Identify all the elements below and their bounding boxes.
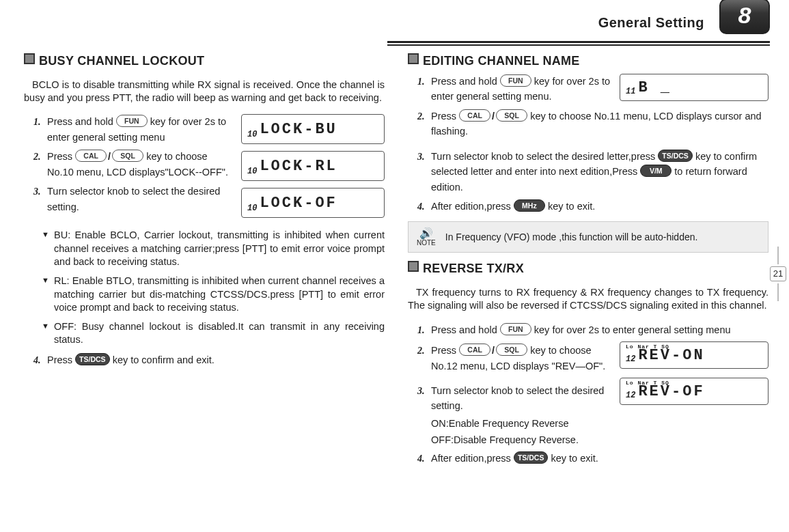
sql-key-icon: SQL xyxy=(112,150,143,162)
fun-key-icon: FUN xyxy=(500,74,531,87)
heading-reverse: REVERSE TX/RX xyxy=(408,261,769,276)
section-edit-channel-name: EDITING CHANNEL NAME 11 B _ 1. Press and… xyxy=(408,53,769,253)
opt-rl: RL: Enable BTLO, transmitting is inhibit… xyxy=(42,275,385,315)
bclo-intro: BCLO is to disable transmitting while RX… xyxy=(24,79,385,104)
header-rule-thick xyxy=(387,41,770,43)
cal-key-icon: CAL xyxy=(459,344,490,356)
section-reverse-txrx: REVERSE TX/RX TX frequency turns to RX f… xyxy=(408,261,769,466)
rev-off-line: OFF:Disable Frequency Reverse. xyxy=(431,434,769,445)
heading-edit: EDITING CHANNEL NAME xyxy=(408,53,769,68)
right-column: EDITING CHANNEL NAME 11 B _ 1. Press and… xyxy=(408,48,769,470)
cal-key-icon: CAL xyxy=(75,150,107,162)
bclo-steps: 1. Press and hold FUN key for over 2s to… xyxy=(33,114,385,214)
bclo-options: BU: Enable BCLO, Carrier lockout, transm… xyxy=(42,229,385,347)
mhz-key-icon: MHz xyxy=(514,199,545,212)
edit-steps: 1. Press and hold FUN key for over 2s to… xyxy=(417,74,769,139)
fun-key-icon: FUN xyxy=(500,323,531,335)
left-column: BUSY CHANNEL LOCKOUT BCLO is to disable … xyxy=(24,48,385,470)
note-text: In Frequency (VFO) mode ,this function w… xyxy=(445,232,698,242)
sql-key-icon: SQL xyxy=(496,344,527,356)
tsdcs-key-icon: TS/DCS xyxy=(514,451,549,464)
reverse-intro: TX frequency turns to RX frequency & RX … xyxy=(408,286,769,312)
note-icon: NOTE xyxy=(417,227,436,247)
reverse-steps: 1. Press and hold FUN key for over 2s to… xyxy=(417,322,769,337)
opt-off: OFF: Busy channel lockout is disabled.It… xyxy=(42,320,385,347)
tsdcs-key-icon: TS/DCS xyxy=(75,353,110,365)
vm-key-icon: V/M xyxy=(640,165,672,177)
side-page-number: 21 xyxy=(770,266,786,281)
chapter-badge: 8 xyxy=(719,0,770,34)
rev-on-line: ON:Enable Frequency Reverse xyxy=(431,418,769,429)
opt-bu: BU: Enable BCLO, Carrier lockout, transm… xyxy=(42,229,385,269)
tsdcs-key-icon: TS/DCS xyxy=(658,150,693,162)
page-header: General Setting 8 xyxy=(387,0,770,46)
fun-key-icon: FUN xyxy=(116,115,148,127)
section-bclo: BUSY CHANNEL LOCKOUT BCLO is to disable … xyxy=(24,53,385,367)
sql-key-icon: SQL xyxy=(496,109,527,122)
cal-key-icon: CAL xyxy=(459,109,490,122)
page-title: General Setting xyxy=(598,15,704,31)
header-rule-thin xyxy=(387,44,770,46)
note-bar: NOTE In Frequency (VFO) mode ,this funct… xyxy=(408,221,769,253)
manual-page: General Setting 8 21 BUSY CHANNEL LOCKOU… xyxy=(0,0,789,532)
heading-bclo: BUSY CHANNEL LOCKOUT xyxy=(24,53,385,68)
